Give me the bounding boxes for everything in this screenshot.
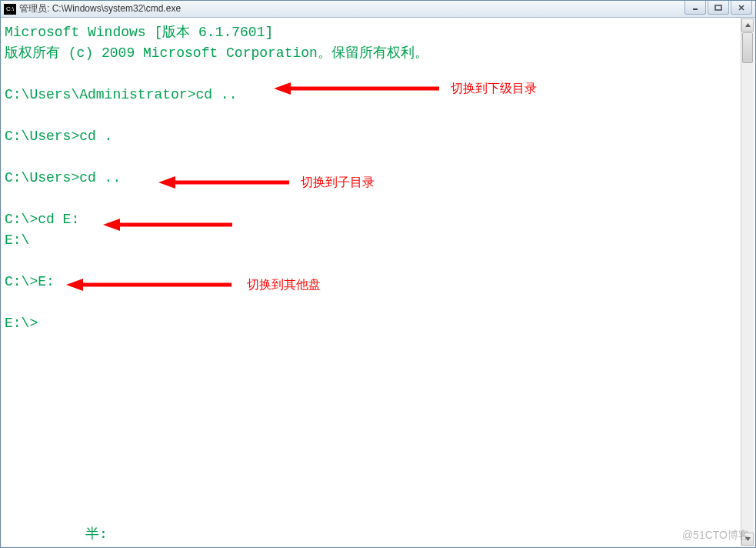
cmd-icon: C:\ bbox=[4, 4, 16, 15]
svg-marker-7 bbox=[274, 82, 291, 95]
annotation-label: 切换到子目录 bbox=[301, 175, 375, 191]
annotation-arrow-3 bbox=[103, 216, 234, 234]
titlebar: C:\ 管理员: C:\Windows\system32\cmd.exe bbox=[1, 1, 755, 18]
watermark: @51CTO博客 bbox=[682, 529, 749, 543]
arrow-icon bbox=[103, 216, 234, 234]
terminal-line: C:\Users>cd .. bbox=[5, 170, 121, 185]
scroll-up-button[interactable] bbox=[741, 18, 754, 32]
svg-marker-13 bbox=[66, 279, 83, 291]
svg-marker-9 bbox=[158, 176, 175, 189]
minimize-button[interactable] bbox=[684, 1, 706, 15]
chevron-up-icon bbox=[744, 22, 751, 28]
close-button[interactable] bbox=[731, 1, 752, 15]
vertical-scrollbar[interactable] bbox=[741, 18, 754, 546]
annotation-label: 切换到下级目录 bbox=[451, 81, 537, 97]
terminal-line: C:\>cd E: bbox=[5, 212, 79, 227]
terminal-line: E:\ bbox=[5, 232, 29, 248]
window-title: 管理员: C:\Windows\system32\cmd.exe bbox=[19, 2, 752, 15]
svg-marker-11 bbox=[103, 219, 120, 231]
arrow-icon bbox=[66, 276, 235, 294]
arrow-icon bbox=[158, 173, 293, 192]
minimize-icon bbox=[691, 4, 699, 12]
maximize-button[interactable] bbox=[708, 1, 729, 15]
terminal-line: E:\> bbox=[5, 316, 38, 331]
terminal-line: 版权所有 (c) 2009 Microsoft Corporation。保留所有… bbox=[5, 45, 428, 61]
annotation-label: 切换到其他盘 bbox=[247, 277, 321, 293]
close-icon bbox=[738, 4, 745, 12]
ime-status: 半: bbox=[85, 524, 108, 543]
annotation-arrow-4: 切换到其他盘 bbox=[66, 276, 321, 294]
terminal-line: C:\>E: bbox=[5, 274, 55, 289]
annotation-arrow-2: 切换到子目录 bbox=[158, 173, 375, 192]
annotation-arrow-1: 切换到下级目录 bbox=[274, 79, 537, 98]
svg-rect-1 bbox=[715, 5, 721, 10]
scroll-thumb[interactable] bbox=[742, 32, 753, 63]
maximize-icon bbox=[714, 4, 722, 12]
terminal-line: Microsoft Windows [版本 6.1.7601] bbox=[5, 25, 273, 40]
cmd-window: C:\ 管理员: C:\Windows\system32\cmd.exe Mic… bbox=[0, 0, 756, 548]
svg-marker-4 bbox=[745, 23, 751, 27]
arrow-icon bbox=[274, 79, 443, 98]
terminal-line: C:\Users>cd . bbox=[5, 129, 112, 144]
window-controls bbox=[684, 1, 752, 15]
terminal-line: C:\Users\Administrator>cd .. bbox=[5, 87, 237, 102]
